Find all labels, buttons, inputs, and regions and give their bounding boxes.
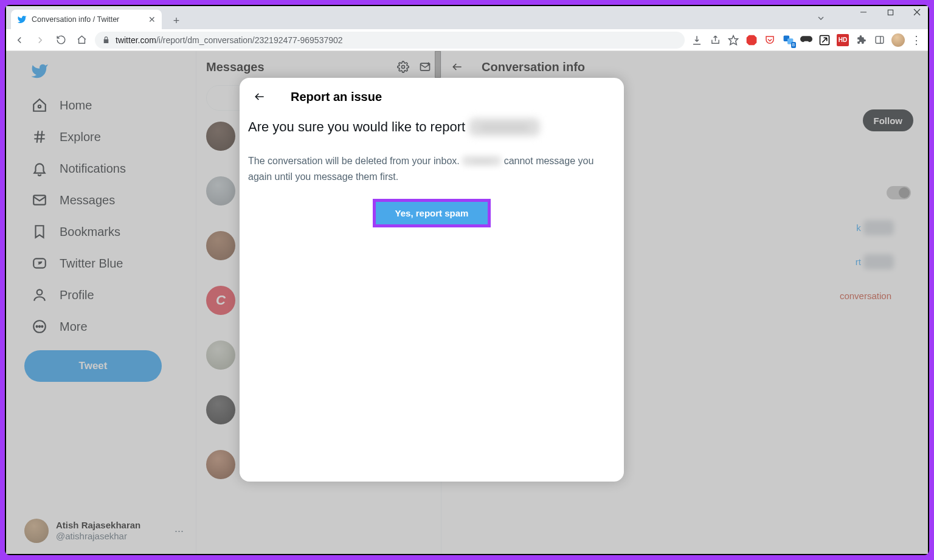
download-icon[interactable] [691, 34, 703, 46]
star-icon[interactable] [727, 34, 739, 46]
svg-marker-5 [747, 35, 757, 45]
lock-icon [102, 36, 111, 44]
report-modal: Report an issue Are you sure you would l… [240, 78, 624, 482]
yes-report-spam-button[interactable]: Yes, report spam [373, 199, 491, 227]
profile-avatar-icon[interactable] [891, 33, 905, 47]
browser-address-bar: twitter.com/i/report/dm_conversation/232… [6, 29, 928, 51]
window-controls [856, 9, 924, 16]
close-tab-icon[interactable]: ✕ [148, 16, 156, 23]
close-window-button[interactable] [910, 9, 924, 16]
chrome-menu-icon[interactable]: ⋮ [911, 33, 922, 47]
share-icon[interactable] [709, 34, 721, 46]
url-path: /i/report/dm_conversation/232192477-9695… [156, 35, 343, 45]
modal-back-button[interactable] [249, 86, 270, 107]
svg-rect-1 [888, 10, 893, 15]
nav-back-button[interactable] [11, 32, 28, 49]
extensions-menu-icon[interactable] [855, 34, 867, 46]
nav-forward-button [32, 32, 49, 49]
new-tab-button[interactable]: + [168, 12, 185, 29]
twitter-favicon-icon [17, 15, 27, 24]
tab-list-chevron-icon[interactable] [816, 13, 826, 23]
tab-title: Conversation info / Twitter [32, 15, 144, 24]
extension-hd-icon[interactable]: HD [837, 34, 849, 46]
extension-pocket-icon[interactable] [764, 34, 776, 46]
extension-gamepad-icon[interactable] [800, 34, 812, 46]
url-host: twitter.com [116, 35, 156, 45]
minimize-button[interactable] [856, 9, 871, 16]
extension-adblock-icon[interactable] [745, 34, 758, 46]
svg-marker-4 [729, 35, 738, 44]
modal-title: Report an issue [291, 90, 382, 104]
svg-rect-9 [876, 36, 884, 43]
maximize-button[interactable] [883, 9, 898, 16]
browser-tab[interactable]: Conversation info / Twitter ✕ [11, 10, 162, 29]
url-input[interactable]: twitter.com/i/report/dm_conversation/232… [95, 32, 685, 49]
redacted-username: xxxx [462, 156, 501, 166]
modal-description: The conversation will be deleted from yo… [248, 153, 615, 185]
browser-tab-bar: Conversation info / Twitter ✕ + [6, 6, 928, 29]
extension-arrow-icon[interactable] [818, 34, 831, 46]
reload-button[interactable] [52, 32, 69, 49]
modal-question: Are you sure you would like to report xx… [248, 118, 615, 136]
sidepanel-icon[interactable] [873, 34, 885, 46]
extension-translate-icon[interactable]: 8 [782, 34, 794, 46]
home-button[interactable] [73, 32, 90, 49]
redacted-username: xxxxxxx [469, 118, 540, 136]
